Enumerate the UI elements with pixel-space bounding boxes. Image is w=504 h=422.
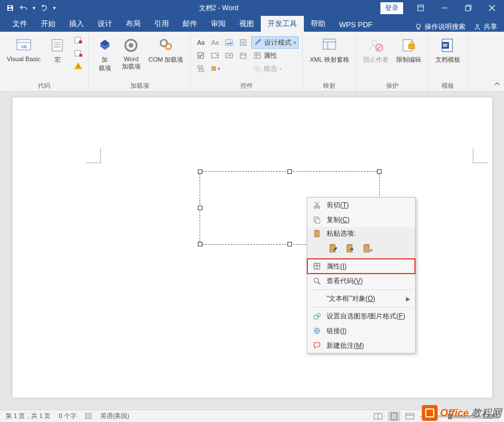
crop-mark — [86, 148, 101, 163]
menu-item-properties[interactable]: 属性(I) — [307, 259, 415, 274]
svg-rect-1 — [465, 6, 470, 11]
paste-keep-source-button[interactable] — [327, 242, 340, 255]
addins-button[interactable]: 加 载项 — [92, 34, 117, 74]
group-label-code: 代码 — [3, 80, 85, 91]
building-block-control-button[interactable] — [236, 36, 250, 49]
menu-label: 属性(I) — [327, 262, 410, 271]
word-count-status[interactable]: 0 个字 — [58, 412, 76, 420]
resize-handle[interactable] — [287, 169, 292, 174]
svg-rect-18 — [242, 41, 245, 44]
checkbox-icon — [197, 52, 205, 59]
rich-text-control-button[interactable]: Aa — [194, 36, 207, 49]
collapse-ribbon-button[interactable] — [494, 80, 501, 89]
ribbon-display-options-button[interactable] — [409, 0, 433, 16]
group-label-controls: 控件 — [194, 80, 299, 91]
picture-control-button[interactable] — [222, 36, 236, 49]
menu-item-cut[interactable]: 剪切(T) — [307, 198, 415, 212]
qat-customize-icon[interactable]: ▼ — [52, 6, 57, 11]
minimize-button[interactable] — [433, 0, 456, 16]
resize-handle[interactable] — [198, 206, 202, 210]
tab-view[interactable]: 视图 — [232, 16, 261, 32]
share-icon — [473, 23, 481, 31]
document-page[interactable] — [12, 97, 492, 398]
lightbulb-icon — [414, 23, 422, 31]
tab-references[interactable]: 引用 — [147, 16, 176, 32]
resize-handle[interactable] — [198, 242, 202, 246]
tab-insert[interactable]: 插入 — [62, 16, 91, 32]
menu-item-textbox-object[interactable]: "文本框"对象(O) ▶ — [307, 291, 415, 306]
close-button[interactable] — [480, 0, 504, 16]
restore-button[interactable] — [456, 0, 480, 16]
pause-recording-button[interactable] — [71, 47, 85, 59]
date-picker-icon — [239, 52, 247, 59]
repeating-section-control-button[interactable] — [194, 62, 207, 75]
window-title: 文档2 - Word — [57, 3, 380, 13]
svg-rect-25 — [211, 66, 216, 71]
visual-basic-icon: VB — [15, 36, 33, 54]
addins-icon — [96, 36, 114, 54]
svg-text:W: W — [442, 42, 447, 48]
tell-me-search[interactable]: 操作说明搜索 — [414, 22, 465, 32]
com-addins-button[interactable]: COM 加载项 — [145, 34, 187, 65]
menu-label: "文本框"对象(O) — [327, 294, 401, 304]
tab-mailings[interactable]: 邮件 — [176, 16, 204, 32]
tab-review[interactable]: 审阅 — [204, 16, 232, 32]
menu-item-link[interactable]: 链接(I) — [307, 323, 415, 338]
tab-wps-pdf[interactable]: WPS PDF — [332, 18, 379, 32]
menu-item-copy[interactable]: 复制(C) — [307, 212, 415, 227]
tab-help[interactable]: 帮助 — [304, 16, 332, 32]
block-authors-button[interactable]: 阻止作者 — [360, 34, 392, 65]
format-shape-icon — [312, 311, 322, 321]
group-button[interactable]: 组合 ▾ — [251, 62, 299, 75]
date-picker-control-button[interactable] — [236, 49, 250, 62]
rich-text-icon: Aa — [197, 39, 205, 46]
record-macro-button[interactable] — [71, 34, 85, 46]
resize-handle[interactable] — [198, 169, 202, 174]
tab-developer[interactable]: 开发工具 — [261, 16, 304, 32]
tab-design[interactable]: 设计 — [91, 16, 119, 32]
undo-button[interactable] — [18, 2, 29, 14]
tab-home[interactable]: 开始 — [34, 16, 62, 32]
redo-button[interactable] — [39, 2, 50, 14]
plain-text-control-button[interactable]: Aa — [208, 36, 222, 49]
macro-security-button[interactable]: ! — [71, 60, 85, 73]
tab-layout[interactable]: 布局 — [119, 16, 147, 32]
properties-icon — [253, 52, 261, 59]
spell-check-status[interactable] — [84, 412, 92, 421]
login-button[interactable]: 登录 — [380, 2, 403, 14]
word-addins-button[interactable]: Word 加载项 — [118, 34, 144, 72]
checkbox-control-button[interactable] — [194, 49, 207, 62]
language-status[interactable]: 英语(美国) — [100, 412, 129, 420]
xml-mapping-pane-button[interactable]: XML 映射窗格 — [306, 34, 352, 65]
svg-rect-57 — [86, 414, 91, 419]
print-layout-button[interactable] — [388, 411, 400, 421]
combobox-control-button[interactable] — [208, 49, 222, 62]
tab-file[interactable]: 文件 — [6, 16, 34, 32]
legacy-tools-button[interactable]: ▾ — [208, 62, 222, 75]
menu-item-new-comment[interactable]: 新建批注(M) — [307, 338, 415, 353]
view-code-icon — [312, 276, 322, 286]
document-template-button[interactable]: W 文档模板 — [432, 34, 464, 65]
ribbon: VB Visual Basic 宏 ! — [0, 32, 504, 92]
dropdown-control-button[interactable] — [222, 49, 236, 62]
picture-icon — [225, 39, 233, 46]
web-layout-button[interactable] — [404, 411, 416, 421]
design-mode-button[interactable]: 设计模式 ▾ — [251, 36, 299, 49]
page-number-status[interactable]: 第 1 页，共 1 页 — [6, 412, 50, 420]
paste-text-only-button[interactable]: A — [361, 242, 374, 255]
resize-handle[interactable] — [377, 169, 382, 174]
resize-handle[interactable] — [287, 242, 292, 246]
menu-item-view-code[interactable]: 查看代码(V) — [307, 274, 415, 288]
visual-basic-button[interactable]: VB Visual Basic — [3, 34, 44, 63]
restrict-editing-button[interactable]: 限制编辑 — [393, 34, 425, 65]
undo-dropdown-icon[interactable]: ▼ — [32, 6, 36, 11]
share-button[interactable]: 共享 — [473, 22, 497, 32]
menu-item-format-autoshape[interactable]: 设置自选图形/图片格式(F) — [307, 309, 415, 323]
macros-button[interactable]: 宏 — [45, 34, 70, 65]
svg-rect-22 — [240, 53, 246, 58]
read-mode-button[interactable] — [372, 411, 384, 421]
paste-merge-formatting-button[interactable] — [344, 242, 357, 255]
properties-button[interactable]: 属性 — [251, 49, 299, 62]
save-button[interactable] — [5, 2, 16, 14]
link-icon — [312, 326, 322, 336]
